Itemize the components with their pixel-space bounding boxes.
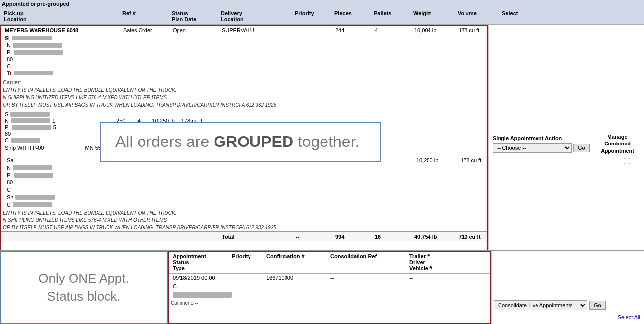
grouped-overlay: All orders are GROUPED together. xyxy=(100,122,381,162)
appt-col-status-type: Appointment Status Type xyxy=(171,252,230,272)
sub2-n: N xyxy=(5,118,9,124)
select-all-link[interactable]: Select All xyxy=(618,314,640,320)
sub-n: N xyxy=(7,42,11,48)
gray-appt-row3 xyxy=(173,292,232,298)
order3-c2: C xyxy=(7,202,11,208)
order-row-1: MEYERS WAREHOUSE 6048 Sales Order Open S… xyxy=(1,26,487,78)
notes-row-2: N SHIPPLING UNITIZED ITEMS LIKE 576-4 MI… xyxy=(1,94,487,101)
sub2-pi: Pi xyxy=(5,124,10,130)
order3-dot2: . xyxy=(55,172,57,178)
appointed-header: Appointed or pre-grouped xyxy=(0,0,644,8)
sub2-1: 1 xyxy=(52,118,55,124)
carrier-label: Carrier: -- xyxy=(3,79,26,85)
notes2-row-1: ENTITY IS IN PALLETS. LOAD THE BUNDLE EQ… xyxy=(1,209,487,216)
appt-col-confirmation: Confirmation # xyxy=(264,252,328,272)
appt-col-priority: Priority xyxy=(230,252,264,272)
grouped-text: All orders are GROUPED together. xyxy=(115,133,365,151)
total-priority: -- xyxy=(294,233,333,240)
col-select: Select xyxy=(500,9,642,23)
order3-weight: 10,250 lb xyxy=(414,157,459,164)
appt-status-block: Appointment Status Type Priority Confirm… xyxy=(168,251,491,324)
gray-pi2 xyxy=(12,125,51,130)
bottom-section: Only ONE Appt. Status block. Appointment… xyxy=(0,250,644,324)
order3-80: 80 xyxy=(5,179,483,186)
gray-block-1 xyxy=(12,36,52,40)
order3-c: C xyxy=(5,186,483,193)
sub-c: C xyxy=(7,63,11,69)
order-weight: 10,004 lb xyxy=(412,27,457,34)
gray-c2 xyxy=(11,138,40,143)
gray-n2 xyxy=(11,118,50,123)
sub2-5: 5 xyxy=(53,124,56,130)
one-appt-block: Only ONE Appt. Status block. xyxy=(0,251,168,324)
bottom-right-area: Consolidate Live Appointments Go Select … xyxy=(491,251,644,324)
table-column-headers: Pick-up Location Ref # Status Plan Date … xyxy=(0,8,644,25)
notes-row-3: OR BY ITSELF, MUST USE AIR BAGS IN TRUCK… xyxy=(1,101,487,108)
appt-row3-trailer: -- xyxy=(407,291,486,298)
order-volume: 178 cu ft xyxy=(457,27,488,34)
single-appt-go-button[interactable]: Go xyxy=(573,144,590,152)
order3-pi: Pi xyxy=(7,172,12,178)
gray-order3-n xyxy=(13,165,52,170)
sub2-c: C xyxy=(5,137,9,143)
gray-n-block xyxy=(13,43,62,48)
total-weight: 40,754 lb xyxy=(412,233,457,240)
total-pallets: 16 xyxy=(373,233,412,240)
appt-table-header: Appointment Status Type Priority Confirm… xyxy=(169,252,490,274)
one-appt-text: Only ONE Appt. Status block. xyxy=(38,269,129,305)
sub-dot: . xyxy=(65,49,67,55)
sub-initial: S xyxy=(5,36,9,40)
col-pieces: Pieces xyxy=(332,9,372,23)
manage-combined-checkbox[interactable] xyxy=(624,158,630,164)
appt-col-trailer: Trailer # Driver Vehicle # xyxy=(407,252,486,272)
gray-tr-block xyxy=(14,71,53,75)
appt-row1-type: 09/18/2019 00:00 xyxy=(171,274,230,281)
order-pickup: MEYERS WAREHOUSE 6048 xyxy=(3,27,121,34)
notes-row-1: ENTITY IS IN PALLETS. LOAD THE BUNDLE EQ… xyxy=(1,86,487,94)
order-priority: -- xyxy=(294,27,333,34)
order-ref-type: Sales Order xyxy=(121,27,171,34)
comment-row: Comment: -- xyxy=(169,299,490,307)
col-delivery: Delivery Location xyxy=(219,9,293,23)
consolidate-select[interactable]: Consolidate Live Appointments xyxy=(494,300,587,310)
col-priority: Priority xyxy=(293,9,332,23)
consolidate-go-button[interactable]: Go xyxy=(589,301,606,310)
appt-row1-trailer: -- xyxy=(407,274,486,281)
sub-detail xyxy=(52,35,54,40)
total-label: Total xyxy=(220,233,294,240)
col-volume: Volume xyxy=(456,9,500,23)
appt-table-row-1: 09/18/2019 00:00 166710000 -- -- xyxy=(169,274,490,282)
order-pieces: 244 xyxy=(333,27,373,34)
total-row: Total -- 994 16 40,754 lb 710 cu ft xyxy=(1,231,487,241)
order3-sh: Sh xyxy=(7,194,13,200)
appt-table-row-3: -- xyxy=(169,290,490,299)
consolidate-row: Consolidate Live Appointments Go xyxy=(494,300,606,310)
order3-pallets: 4 xyxy=(375,157,414,164)
order3-volume: 178 cu ft xyxy=(459,157,488,164)
appt-row2-trailer: -- xyxy=(407,283,486,289)
appointed-label: Appointed or pre-grouped xyxy=(2,1,69,7)
order-pallets: 4 xyxy=(373,27,412,34)
appt-col-consolidation: Consolidation Ref xyxy=(328,252,407,272)
manage-combined-label: Manage Combined Appointment xyxy=(601,133,634,154)
appt-row1-priority xyxy=(230,274,264,281)
order-delivery: SUPERVALU xyxy=(220,27,294,34)
gray-order3-sh xyxy=(15,195,55,200)
appt-table-row-2: C -- xyxy=(169,282,490,290)
gray-s2 xyxy=(10,112,50,117)
single-appt-select[interactable]: -- Choose -- xyxy=(493,143,572,153)
sub2-80: 80 xyxy=(5,131,11,137)
sub2-s: S xyxy=(5,111,8,117)
order-status: Open xyxy=(171,27,220,34)
gray-pi-block xyxy=(14,50,63,55)
order3-n: N xyxy=(7,165,11,171)
total-pieces: 994 xyxy=(333,233,373,240)
gray-order3-pi xyxy=(14,173,53,178)
col-weight: Weight xyxy=(411,9,456,23)
carrier-row: Carrier: -- xyxy=(1,78,487,86)
appt-row1-confirmation: 166710000 xyxy=(264,274,328,281)
gray-order3-c2 xyxy=(13,202,52,207)
col-ref: Ref # xyxy=(120,9,170,23)
sub-80: 80 xyxy=(7,56,13,62)
notes2-row-2: N SHIPPLING UNITIZED ITEMS LIKE 576-4 MI… xyxy=(1,216,487,224)
